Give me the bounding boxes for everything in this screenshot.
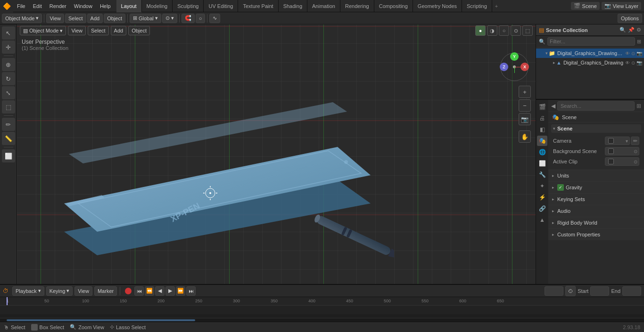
tab-texture-paint[interactable]: Texture Paint <box>238 0 278 12</box>
outliner-pin-icon[interactable]: 📌 <box>628 27 635 33</box>
tab-sculpting[interactable]: Sculpting <box>173 0 204 12</box>
move-tool[interactable]: ⊕ <box>2 58 15 71</box>
add-cube-tool[interactable]: ⬜ <box>2 149 15 162</box>
view-tl-menu[interactable]: View <box>74 286 92 296</box>
gravity-checkbox[interactable]: ✓ <box>557 184 564 191</box>
pivot-selector[interactable]: ⊙ ▾ <box>162 14 177 23</box>
tab-add[interactable]: + <box>492 3 501 9</box>
item-arrow-1[interactable]: ▾ <box>545 51 548 56</box>
item-arrow-2[interactable]: ▸ <box>553 60 555 65</box>
curve-btn[interactable]: ∿ <box>209 14 220 23</box>
gizmo[interactable]: X Y Z <box>498 50 531 83</box>
cursor-tool[interactable]: ✛ <box>2 40 15 54</box>
annotate-tool[interactable]: ✏ <box>2 118 15 131</box>
current-frame-input[interactable]: 1 <box>545 286 563 296</box>
tab-layout[interactable]: Layout <box>116 0 142 12</box>
tab-compositing[interactable]: Compositing <box>374 0 413 12</box>
custom-props-header[interactable]: ▸ Custom Properties <box>548 229 644 240</box>
vp-camera-view[interactable]: 📷 <box>519 113 531 125</box>
jump-start-btn[interactable]: ⏮ <box>134 286 144 296</box>
active-clip-value[interactable]: ⊙ <box>605 157 639 166</box>
menu-file[interactable]: File <box>13 0 29 12</box>
timeline-track[interactable] <box>0 306 644 314</box>
measure-tool[interactable]: 📏 <box>2 132 15 145</box>
scene-section-header[interactable]: ▾ Scene <box>551 124 641 133</box>
vp-overlay-btn[interactable]: ⊙ <box>511 25 521 36</box>
viewport-select-btn[interactable]: Select <box>88 26 109 35</box>
item-sel-1[interactable]: ⊙ <box>631 51 635 56</box>
menu-window[interactable]: Window <box>70 0 96 12</box>
select-menu[interactable]: Select <box>65 14 86 23</box>
rotate-tool[interactable]: ↻ <box>2 72 15 85</box>
outliner-filter-icon[interactable]: 🔍 <box>619 27 626 33</box>
vp-xray-btn[interactable]: ⬚ <box>522 25 533 36</box>
play-btn[interactable]: ▶ <box>165 286 175 296</box>
jump-end-btn[interactable]: ⏭ <box>186 286 196 296</box>
menu-render[interactable]: Render <box>46 0 70 12</box>
props-tab-data[interactable]: ▲ <box>537 215 547 225</box>
use-preview-range-btn[interactable]: ⏲ <box>565 286 576 296</box>
mode-selector[interactable]: Object Mode ▾ <box>2 14 42 23</box>
play-back-btn[interactable]: ◀ <box>155 286 165 296</box>
props-filter-icon[interactable]: ⊞ <box>636 103 641 109</box>
menu-help[interactable]: Help <box>96 0 115 12</box>
view-menu[interactable]: View <box>46 14 64 23</box>
props-tab-view-layer[interactable]: ◧ <box>537 124 547 135</box>
tab-geometry-nodes[interactable]: Geometry Nodes <box>413 0 462 12</box>
gizmo-x-axis[interactable]: X <box>520 63 529 71</box>
item-vis-1[interactable]: 👁 <box>625 51 630 56</box>
props-tab-scene[interactable]: 🎭 <box>537 136 547 146</box>
gizmo-y-axis[interactable]: Y <box>510 52 519 61</box>
props-search-input[interactable] <box>557 101 635 111</box>
viewport-view-btn[interactable]: View <box>68 26 86 35</box>
outliner-search-input[interactable] <box>547 37 635 46</box>
outliner-filter-btn[interactable]: ⊞ <box>637 39 641 45</box>
tab-scripting[interactable]: Scripting <box>462 0 492 12</box>
blender-logo[interactable]: 🔶 <box>0 0 13 12</box>
props-tab-output[interactable]: 🖨 <box>537 113 547 123</box>
item-vis-2[interactable]: 👁 <box>625 60 630 65</box>
audio-header[interactable]: ▸ Audio <box>548 205 644 217</box>
start-frame-input[interactable]: 1 <box>590 286 609 296</box>
props-tab-render[interactable]: 🎬 <box>537 102 547 112</box>
options-btn[interactable]: Options <box>618 14 642 23</box>
outliner-settings-icon[interactable]: ⚙ <box>636 27 641 33</box>
camera-value[interactable]: ▾ <box>605 137 630 145</box>
record-btn[interactable] <box>123 286 133 296</box>
vp-viewport-shading-solid[interactable]: ● <box>475 25 486 36</box>
scale-tool[interactable]: ⤡ <box>2 86 15 99</box>
vp-zoom-out[interactable]: − <box>519 99 531 112</box>
props-tab-world[interactable]: 🌐 <box>537 147 547 157</box>
tab-animation[interactable]: Animation <box>307 0 340 12</box>
step-forward-btn[interactable]: ⏩ <box>176 286 185 296</box>
viewport-object-btn[interactable]: Object <box>128 26 150 35</box>
marker-menu[interactable]: Marker <box>94 286 117 296</box>
units-header[interactable]: ▸ Units <box>548 170 644 181</box>
tab-shading[interactable]: Shading <box>279 0 307 12</box>
rigid-body-header[interactable]: ▸ Rigid Body World <box>548 217 644 228</box>
props-tab-constraints[interactable]: 🔗 <box>537 203 547 214</box>
viewport-add-btn[interactable]: Add <box>111 26 127 35</box>
menu-edit[interactable]: Edit <box>29 0 46 12</box>
snap-btn[interactable]: 🧲 <box>182 14 195 23</box>
list-item[interactable]: ▾ 📁 Digital_Graphics_Drawing_Tab... 👁 ⊙ … <box>536 49 644 58</box>
view-layer-selector[interactable]: 📷 View Layer <box>602 2 641 10</box>
props-tab-physics[interactable]: ⚡ <box>537 192 547 202</box>
tab-modeling[interactable]: Modeling <box>142 0 173 12</box>
keying-menu[interactable]: Keying ▾ <box>46 286 73 296</box>
object-menu[interactable]: Object <box>104 14 125 23</box>
add-menu[interactable]: Add <box>87 14 103 23</box>
scene-selector[interactable]: 🎬 Scene <box>571 2 600 10</box>
background-scene-value[interactable]: ⊙ <box>605 147 639 155</box>
vp-pan[interactable]: ✋ <box>519 130 531 143</box>
tab-uv-editing[interactable]: UV Editing <box>204 0 238 12</box>
playback-menu[interactable]: Playback ▾ <box>12 286 44 296</box>
tab-rendering[interactable]: Rendering <box>340 0 374 12</box>
props-tab-object[interactable]: ⬜ <box>537 158 547 169</box>
vp-zoom-in[interactable]: + <box>519 86 531 98</box>
vp-viewport-shading-rendered[interactable]: ○ <box>499 25 509 36</box>
transform-tool[interactable]: ⬚ <box>2 100 15 113</box>
keying-sets-header[interactable]: ▸ Keying Sets <box>548 194 644 205</box>
viewport-mode-btn[interactable]: ▤ Object Mode ▾ <box>20 26 66 35</box>
item-rend-1[interactable]: 📷 <box>636 51 642 56</box>
